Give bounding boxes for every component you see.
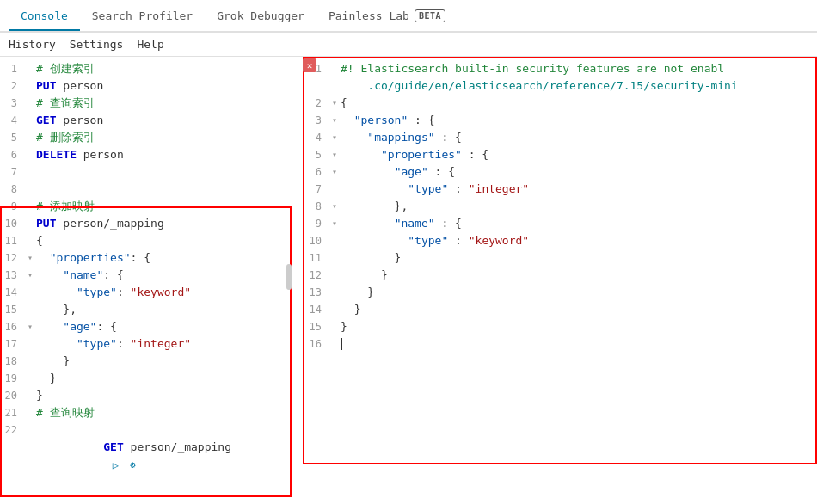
nav-settings[interactable]: Settings (70, 38, 124, 51)
nav-help[interactable]: Help (137, 38, 163, 51)
table-row: 7 (0, 163, 292, 181)
main-content: 1 # 创建索引 2 PUT person 3 # 查询索引 4 GET per… (0, 57, 817, 497)
table-row: .co/guide/en/elasticsearch/reference/7.1… (304, 77, 817, 95)
table-row: 18 } (0, 353, 292, 370)
right-output-panel: ✕ 1 #! Elasticsearch built-in security f… (292, 57, 817, 497)
top-nav: Console Search Profiler Grok Debugger Pa… (0, 0, 817, 33)
beta-badge: BETA (415, 9, 445, 22)
table-row: 17 "type": "integer" (0, 335, 292, 353)
resize-handle[interactable] (286, 264, 292, 290)
left-editor-panel: 1 # 创建索引 2 PUT person 3 # 查询索引 4 GET per… (0, 57, 292, 497)
table-row: 15 }, (0, 301, 292, 318)
table-row: 1 # 创建索引 (0, 60, 292, 77)
table-row: 14 "type": "keyword" (0, 284, 292, 301)
table-row: 11 { (0, 232, 292, 249)
tab-console[interactable]: Console (9, 3, 80, 31)
table-row: 9 # 添加映射 (0, 198, 292, 215)
table-row: 16 ▾ "age": { (0, 318, 292, 335)
table-row: 10 PUT person/_mapping (0, 215, 292, 232)
table-row: 12 ▾ "properties": { (0, 249, 292, 267)
table-row: 8 ▾ }, (304, 198, 817, 215)
table-row: 16 (304, 335, 817, 353)
table-row: 3 ▾ "person" : { (304, 112, 817, 129)
table-row: 7 "type" : "integer" (304, 181, 817, 198)
table-row: 3 # 查询索引 (0, 95, 292, 112)
tab-grok-debugger[interactable]: Grok Debugger (205, 3, 316, 31)
table-row: 8 (0, 181, 292, 198)
table-row: 1 #! Elasticsearch built-in security fea… (304, 60, 817, 77)
table-row: 13 } (304, 284, 817, 301)
run-icon[interactable]: ▷ (108, 458, 122, 472)
tab-painless-lab[interactable]: Painless Lab BETA (316, 3, 458, 31)
text-cursor (341, 338, 342, 350)
table-row: 4 ▾ "mappings" : { (304, 129, 817, 146)
table-row: 13 ▾ "name": { (0, 267, 292, 284)
table-row: 5 # 删除索引 (0, 129, 292, 146)
table-row: 11 } (304, 249, 817, 267)
right-code-area[interactable]: 1 #! Elasticsearch built-in security fea… (292, 57, 817, 497)
wrench-icon[interactable]: ⚙ (126, 458, 139, 472)
table-row: 6 ▾ "age" : { (304, 163, 817, 181)
table-row: 2 PUT person (0, 77, 292, 95)
action-icons: ▷ ⚙ (108, 458, 139, 472)
table-row: 20 } (0, 387, 292, 404)
table-row: 10 "type" : "keyword" (304, 232, 817, 249)
nav-history[interactable]: History (9, 38, 56, 51)
table-row: 14 } (304, 301, 817, 318)
tab-search-profiler[interactable]: Search Profiler (80, 3, 205, 31)
table-row: 4 GET person (0, 112, 292, 129)
table-row: 21 # 查询映射 (0, 404, 292, 421)
table-row: 12 } (304, 267, 817, 284)
table-row: 2 ▾ { (304, 95, 817, 112)
left-code-area[interactable]: 1 # 创建索引 2 PUT person 3 # 查询索引 4 GET per… (0, 57, 292, 497)
close-button[interactable]: ✕ (303, 58, 316, 72)
table-row: 19 } (0, 370, 292, 387)
secondary-nav: History Settings Help (0, 33, 817, 57)
table-row: 22 GET person/_mapping ▷ ⚙ (0, 421, 292, 490)
table-row: 15 } (304, 318, 817, 335)
table-row: 5 ▾ "properties" : { (304, 146, 817, 163)
table-row: 9 ▾ "name" : { (304, 215, 817, 232)
table-row: 6 DELETE person (0, 146, 292, 163)
